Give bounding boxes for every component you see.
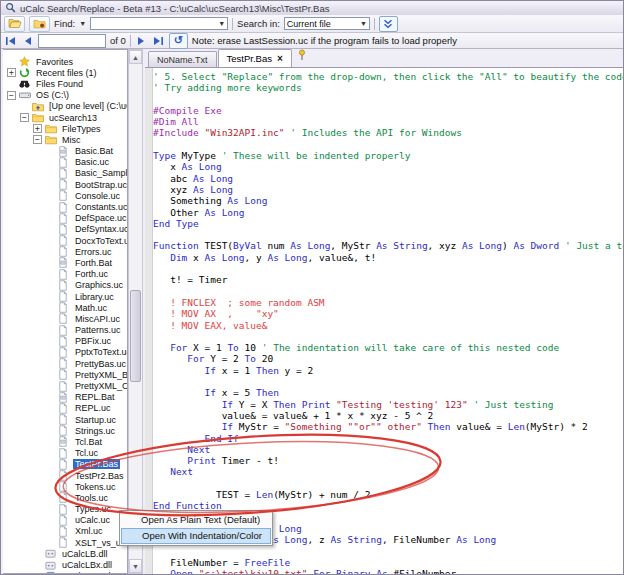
code-line: #Dim All [153,116,623,127]
tree-item[interactable]: Patterns.uc [3,325,127,336]
tab-testpr-bas[interactable]: TestPr.Bas× [218,49,292,67]
tree-item[interactable]: REPL.Bat [3,392,127,403]
tree-item[interactable]: [Up one level] (C:\uCalc [3,101,127,112]
tree-item[interactable]: Tcl.Bat [3,436,127,447]
tree-item[interactable]: Types.uc [3,504,127,515]
tree-item[interactable]: Files Found [3,78,127,89]
scroll-down-icon[interactable]: ▼ [129,559,142,573]
tree-item-label: uCalcSearch.exe [60,571,127,574]
tree-item[interactable]: +Recent files (1) [3,67,127,78]
tree-item-label: Types.uc [73,504,113,514]
tree-item[interactable]: −Misc [3,134,127,145]
search-in-select[interactable]: Current file ▼ [284,17,370,30]
tree-item-label: Xml.uc [73,526,105,536]
tree-item[interactable]: Graphics.uc [3,280,127,291]
collapse-icon[interactable]: − [33,135,42,144]
first-match-button[interactable] [4,34,17,47]
pin-icon[interactable] [297,47,307,65]
tree-item[interactable]: MiscAPI.uc [3,313,127,324]
tree-item[interactable]: Errors.uc [3,246,127,257]
close-icon[interactable]: × [277,54,283,64]
tree-item[interactable]: DefSpace.uc [3,213,127,224]
expand-options-button[interactable] [379,16,398,32]
tree-item[interactable]: DefSyntax.uc [3,224,127,235]
menu-item[interactable]: Open With Indentation/Color [121,528,271,544]
tree-item[interactable]: Forth.uc [3,269,127,280]
find-toolbar: Find: ▼ ▼ Search in: Current file ▼ [1,15,623,33]
tree-item[interactable]: Math.uc [3,302,127,313]
code-line [153,545,623,556]
open-file-button[interactable] [4,16,25,32]
code-line: If x = 1 Then y = 2 [153,365,623,376]
last-match-button[interactable] [152,34,165,47]
tree-item[interactable]: Tokens.uc [3,481,127,492]
tree-item[interactable]: uCalcLBx.dll [3,559,127,570]
tree-item-label: PptxToText.uc [73,347,127,357]
tree-item[interactable]: uCalc.uc [3,515,127,526]
tree-item[interactable]: PrettyXML_BW [3,369,127,380]
tree-item[interactable]: Startup.uc [3,414,127,425]
menu-item[interactable]: Open As Plain Text (Default) [121,512,271,528]
tree-item[interactable]: Basic.Bat [3,146,127,157]
refresh-button[interactable]: ↺ [169,33,188,49]
tree-item[interactable]: TestPr2.Bas [3,470,127,481]
tree-item[interactable]: −OS (C:\) [3,90,127,101]
tree-item[interactable]: BootStrap.uc [3,179,127,190]
find-menu-caret-icon[interactable]: ▼ [79,20,86,27]
tree-item[interactable]: Library.uc [3,291,127,302]
tree-item[interactable]: Basic_Sample.I [3,168,127,179]
tree-item[interactable]: Tcl.uc [3,448,127,459]
tree-item[interactable]: Xml.uc [3,526,127,537]
collapse-icon[interactable]: − [20,113,29,122]
tree-item[interactable]: PBFix.uc [3,336,127,347]
collapse-icon[interactable]: − [7,91,16,100]
scroll-up-icon[interactable]: ▲ [129,50,142,64]
tree-item[interactable]: Console.uc [3,190,127,201]
tree-item[interactable]: uCalcLB.dll [3,548,127,559]
tree-item[interactable]: TestPr.Bas [3,459,127,470]
find-combobox[interactable]: ▼ [90,17,228,30]
tree-scrollbar[interactable]: ▲ ▼ [128,49,143,574]
tree-item[interactable]: −ucSearch13 [3,112,127,123]
tree-item[interactable]: +FileTypes [3,123,127,134]
code-line: Dim x As Long, y As Long, value&, t! [153,252,623,263]
tree-item[interactable]: XSLT_vs_uCal [3,537,127,548]
tree-item[interactable]: Tools.uc [3,492,127,503]
chevron-down-icon[interactable]: ▼ [360,20,367,27]
file-icon [58,302,70,313]
previous-match-button[interactable] [21,34,34,47]
tree-item[interactable]: Forth.Bat [3,257,127,268]
scrollbar-thumb[interactable] [130,290,141,382]
tree-item[interactable]: uCalcSearch.exe [3,571,127,574]
tree-item[interactable]: Constants.uc [3,201,127,212]
browse-folder-button[interactable] [29,16,50,32]
tree-item-label: uCalcLBx.dll [60,560,114,570]
tab-noname-txt[interactable]: NoName.Txt [148,51,217,67]
code-editor[interactable]: ' 5. Select "Replace" from the drop-down… [145,68,623,574]
tree-item[interactable]: PrettyBas.uc [3,358,127,369]
file-icon [58,414,70,425]
tree-item[interactable]: Strings.uc [3,425,127,436]
tree-item-label: MiscAPI.uc [73,314,122,324]
tab-bar: NoName.TxtTestPr.Bas× [145,49,623,68]
tree-item[interactable]: PrettyXML_Colo [3,380,127,391]
tree-item[interactable]: Favorites [3,56,127,67]
tree-item-label: Basic.Bat [73,146,115,156]
tree-item[interactable]: REPL.uc [3,403,127,414]
match-position-input[interactable] [38,34,106,48]
find-input[interactable] [93,19,218,29]
tree-item[interactable]: PptxToText.uc [3,347,127,358]
tree-item[interactable]: DocxToText.uc [3,235,127,246]
file-icon [58,492,70,503]
folder-up-icon [32,101,44,112]
tree-item-label: uCalcLB.dll [60,549,110,559]
expand-icon[interactable]: + [33,124,42,133]
folder-icon [45,134,57,145]
code-line: ! MOV EAX, value& [153,320,623,331]
next-match-button[interactable] [135,34,148,47]
tab-label: TestPr.Bas [227,53,272,64]
tree-item[interactable]: Basic.uc [3,157,127,168]
chevron-down-icon[interactable]: ▼ [218,20,225,27]
code-line: For Y = 2 To 20 [153,353,623,364]
expand-icon[interactable]: + [7,68,16,77]
